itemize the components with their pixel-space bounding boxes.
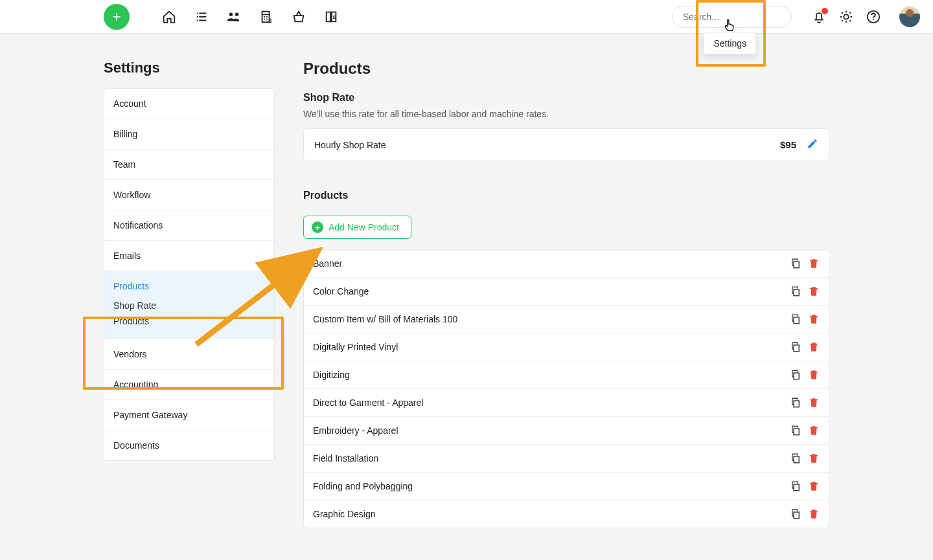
shop-rate-card: Hourly Shop Rate $95	[303, 128, 829, 161]
product-name[interactable]: Color Change	[313, 286, 783, 297]
product-row: Custom Item w/ Bill of Materials 100	[304, 306, 829, 333]
section-products-title: Products	[303, 190, 829, 201]
sidebar-item-paymentgateway[interactable]: Payment Gateway	[104, 400, 274, 431]
shop-rate-value: $95	[780, 139, 796, 150]
trash-icon[interactable]	[808, 453, 820, 464]
basket-icon[interactable]	[292, 10, 306, 24]
sidebar-card: Account Billing Team Workflow Notificati…	[104, 88, 275, 461]
svg-text:$: $	[333, 14, 336, 19]
sidebar-item-workflow[interactable]: Workflow	[104, 180, 274, 210]
product-name[interactable]: Graphic Design	[313, 509, 783, 519]
copy-icon[interactable]	[790, 313, 801, 325]
copy-icon[interactable]	[790, 258, 801, 269]
copy-icon[interactable]	[790, 286, 801, 297]
product-name[interactable]: Direct to Garment - Apparel	[313, 398, 783, 408]
product-row: Color Change	[304, 278, 829, 306]
edit-icon[interactable]	[807, 138, 818, 151]
product-name[interactable]: Digitally Printed Vinyl	[313, 342, 783, 352]
product-name[interactable]: Digitizing	[313, 370, 783, 380]
trash-icon[interactable]	[808, 341, 820, 353]
product-row: Field Installation	[304, 445, 829, 473]
search-input[interactable]	[672, 6, 792, 28]
product-row: Direct to Garment - Apparel	[304, 389, 829, 417]
section-shoprate-title: Shop Rate	[303, 92, 829, 104]
shop-rate-label: Hourly Shop Rate	[314, 140, 386, 150]
trash-icon[interactable]	[808, 425, 820, 436]
copy-icon[interactable]	[790, 425, 801, 436]
product-list: BannerColor ChangeCustom Item w/ Bill of…	[303, 249, 829, 528]
trash-icon[interactable]	[808, 369, 820, 381]
sidebar-item-documents[interactable]: Documents	[104, 431, 274, 460]
product-row: Digitizing	[304, 361, 829, 389]
svg-text:$: $	[269, 18, 272, 24]
product-name[interactable]: Custom Item w/ Bill of Materials 100	[313, 314, 783, 324]
trash-icon[interactable]	[808, 286, 820, 297]
catalog-icon[interactable]: $	[324, 10, 338, 24]
copy-icon[interactable]	[790, 453, 801, 464]
sidebar-sub-shoprate[interactable]: Shop Rate	[113, 298, 265, 313]
help-icon[interactable]	[866, 9, 881, 25]
add-new-product-label: Add New Product	[328, 222, 399, 232]
copy-icon[interactable]	[790, 508, 801, 520]
avatar[interactable]	[899, 6, 920, 27]
copy-icon[interactable]	[790, 397, 801, 409]
product-row: Digitally Printed Vinyl	[304, 333, 829, 361]
product-name[interactable]: Embroidery - Apparel	[313, 425, 783, 436]
trash-icon[interactable]	[808, 508, 820, 520]
product-name[interactable]: Banner	[313, 258, 783, 269]
bell-icon[interactable]	[811, 9, 827, 25]
page-title: Products	[303, 60, 829, 78]
main-content: Products Shop Rate We'll use this rate f…	[303, 60, 829, 528]
gear-icon[interactable]	[838, 9, 854, 25]
trash-icon[interactable]	[808, 258, 820, 269]
sidebar-item-team[interactable]: Team	[104, 150, 274, 180]
home-icon[interactable]	[162, 10, 176, 24]
list-icon[interactable]	[194, 10, 209, 24]
topbar: $ $	[0, 0, 933, 34]
sidebar-item-emails[interactable]: Emails	[104, 241, 274, 271]
right-icons	[811, 6, 920, 27]
global-add-button[interactable]	[104, 4, 130, 30]
trash-icon[interactable]	[808, 313, 820, 325]
trash-icon[interactable]	[808, 397, 820, 409]
copy-icon[interactable]	[790, 369, 801, 381]
tooltip-settings: Settings	[704, 32, 756, 54]
nav-icons: $ $	[162, 10, 338, 24]
section-shoprate-desc: We'll use this rate for all time-based l…	[303, 109, 829, 119]
add-new-product-button[interactable]: + Add New Product	[303, 216, 411, 239]
sidebar-item-products[interactable]: Products Shop Rate Products	[104, 271, 274, 339]
calculator-icon[interactable]: $	[259, 10, 273, 24]
sidebar: Settings Account Billing Team Workflow N…	[104, 60, 275, 528]
copy-icon[interactable]	[790, 480, 801, 492]
sidebar-item-billing[interactable]: Billing	[104, 119, 274, 150]
sidebar-item-notifications[interactable]: Notifications	[104, 210, 274, 241]
product-row: Embroidery - Apparel	[304, 417, 829, 445]
trash-icon[interactable]	[808, 480, 820, 492]
sidebar-item-accounting[interactable]: Accounting	[104, 370, 274, 400]
svg-point-3	[873, 19, 874, 20]
product-row: Graphic Design	[304, 500, 829, 528]
plus-icon: +	[312, 221, 323, 233]
sidebar-sub-products[interactable]: Products	[113, 313, 265, 329]
people-icon[interactable]	[227, 10, 241, 24]
sidebar-title: Settings	[104, 60, 275, 76]
sidebar-item-vendors[interactable]: Vendors	[104, 339, 274, 370]
product-row: Folding and Polybagging	[304, 473, 829, 500]
sidebar-item-account[interactable]: Account	[104, 89, 274, 119]
sidebar-item-products-label: Products	[113, 281, 265, 291]
product-name[interactable]: Folding and Polybagging	[313, 481, 783, 491]
product-row: Banner	[304, 250, 829, 278]
copy-icon[interactable]	[790, 341, 801, 353]
notification-dot	[822, 8, 828, 14]
product-name[interactable]: Field Installation	[313, 453, 783, 464]
